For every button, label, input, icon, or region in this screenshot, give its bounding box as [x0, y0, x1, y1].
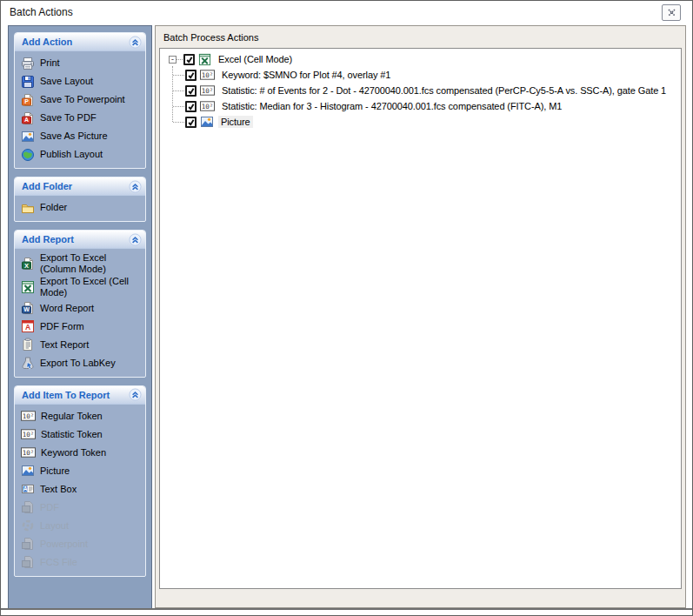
close-button[interactable] — [662, 4, 681, 21]
checkbox-checked[interactable] — [185, 117, 197, 128]
tree-connector-line — [172, 66, 173, 122]
panel-add-item-to-report-header[interactable]: Add Item To Report — [15, 386, 145, 405]
tree-connector — [173, 106, 184, 107]
checkmark-icon — [187, 71, 195, 79]
checkbox-checked[interactable] — [185, 85, 197, 97]
panel-add-action: Add Action Print Save Layout P Sa — [14, 32, 146, 169]
sidebar-item-pdf-form[interactable]: A PDF Form — [21, 318, 143, 336]
svg-text:10²: 10² — [202, 71, 214, 79]
excel-page-icon: X — [21, 257, 35, 271]
token-icon: 10² — [21, 429, 36, 439]
printer-icon — [21, 57, 35, 70]
sidebar-item-powerpoint-disabled: Powerpoint — [21, 535, 143, 553]
sidebar-item-export-labkey[interactable]: Export To LabKey — [21, 354, 143, 372]
panel-add-report-header[interactable]: Add Report — [15, 231, 145, 249]
svg-text:W: W — [23, 306, 30, 312]
sidebar-item-save-layout[interactable]: Save Layout — [21, 72, 143, 90]
gray-page-icon — [21, 537, 35, 551]
svg-text:10²: 10² — [23, 449, 35, 457]
powerpoint-page-icon: P — [21, 93, 35, 107]
window-title: Batch Actions — [10, 6, 73, 18]
word-page-icon: W — [21, 301, 35, 315]
gray-page-icon — [21, 555, 35, 569]
text-report-icon — [21, 338, 35, 352]
svg-text:10²: 10² — [202, 103, 214, 110]
svg-text:X: X — [24, 261, 29, 269]
sidebar-item-pdf-disabled: PDF — [21, 499, 143, 517]
svg-text:A: A — [23, 485, 28, 492]
picture-icon — [21, 464, 35, 478]
tree-row-picture[interactable]: Picture — [165, 114, 679, 130]
title-bar: Batch Actions — [1, 1, 692, 24]
panel-add-folder: Add Folder Folder — [14, 177, 146, 222]
panel-add-folder-header[interactable]: Add Folder — [15, 177, 145, 196]
token-icon: 10² — [21, 447, 36, 458]
sidebar-item-folder[interactable]: Folder — [21, 198, 143, 217]
textbox-icon: A — [21, 482, 35, 496]
tree-row-statistic-median[interactable]: 10² Statistic: Median for 3 - Histogram … — [165, 98, 679, 114]
collapse-chevron-icon[interactable] — [129, 388, 142, 401]
close-icon — [668, 9, 676, 17]
sidebar-item-picture[interactable]: Picture — [21, 462, 143, 480]
checkbox-checked[interactable] — [185, 101, 197, 112]
sidebar-item-text-box[interactable]: A Text Box — [21, 480, 143, 499]
svg-text:10²: 10² — [23, 412, 35, 420]
tree-connector — [173, 75, 184, 76]
main-area: Batch Process Actions - Excel (Cell Mode… — [155, 25, 686, 608]
sidebar-item-publish-layout[interactable]: Publish Layout — [21, 145, 143, 164]
sidebar-item-statistic-token[interactable]: 10² Statistic Token — [21, 425, 143, 444]
checkbox-checked[interactable] — [185, 70, 197, 81]
panel-title: Add Folder — [22, 181, 129, 191]
sidebar-item-print[interactable]: Print — [21, 54, 143, 72]
svg-text:P: P — [24, 98, 29, 104]
panel-title: Add Action — [22, 37, 129, 47]
sidebar-item-export-excel-cell[interactable]: Export To Excel (Cell Mode) — [21, 275, 143, 298]
tree-label[interactable]: Excel (Cell Mode) — [216, 53, 295, 65]
token-icon: 10² — [200, 85, 215, 96]
sidebar-item-fcs-file-disabled: FCS File — [21, 553, 143, 572]
collapse-chevron-icon[interactable] — [129, 233, 142, 246]
token-icon: 10² — [200, 70, 215, 80]
panel-title: Add Report — [22, 234, 129, 244]
collapse-chevron-icon[interactable] — [129, 36, 142, 49]
pdf-page-icon: A — [21, 111, 35, 125]
collapse-chevron-icon[interactable] — [129, 180, 142, 193]
token-icon: 10² — [21, 411, 36, 421]
tree-row-excel-cell-mode[interactable]: - Excel (Cell Mode) — [165, 51, 679, 67]
checkmark-icon — [187, 118, 195, 126]
sidebar-item-layout-disabled: Layout — [21, 517, 143, 535]
tree-row-statistic-events[interactable]: 10² Statistic: # of Events for 2 - Dot -… — [165, 83, 679, 98]
layout-icon — [21, 519, 35, 532]
picture-icon — [21, 130, 35, 144]
tree-label[interactable]: Statistic: Median for 3 - Histogram - 42… — [219, 100, 564, 112]
batch-process-actions-header: Batch Process Actions — [156, 26, 685, 46]
sidebar-item-save-to-pdf[interactable]: A Save To PDF — [21, 109, 143, 127]
tree-label-selected[interactable]: Picture — [218, 116, 253, 128]
tree-connector — [177, 59, 183, 60]
svg-text:A: A — [25, 323, 30, 331]
sidebar-item-text-report[interactable]: Text Report — [21, 336, 143, 354]
sidebar-item-regular-token[interactable]: 10² Regular Token — [21, 407, 143, 425]
tree-row-keyword[interactable]: 10² Keyword: $SMNO for Plot #4, overlay … — [165, 67, 679, 83]
pdf-form-icon: A — [21, 319, 35, 333]
sidebar-item-save-as-picture[interactable]: Save As Picture — [21, 127, 143, 145]
sidebar-item-keyword-token[interactable]: 10² Keyword Token — [21, 444, 143, 462]
batch-actions-dialog: Batch Actions Add Action Print Save Lay — [0, 0, 693, 616]
tree-connector — [173, 122, 184, 123]
sidebar-item-save-to-powerpoint[interactable]: P Save To Powerpoint — [21, 90, 143, 109]
status-strip — [159, 591, 682, 605]
panel-add-action-header[interactable]: Add Action — [15, 33, 145, 51]
sidebar-item-word-report[interactable]: W Word Report — [21, 299, 143, 318]
collapse-expander-icon[interactable]: - — [169, 56, 177, 64]
checkmark-icon — [187, 103, 195, 110]
excel-grid-icon — [198, 53, 211, 66]
checkbox-checked[interactable] — [183, 54, 195, 65]
excel-grid-icon — [21, 280, 35, 294]
checkmark-icon — [187, 87, 195, 95]
batch-actions-tree: - Excel (Cell Mode) 10² — [159, 48, 682, 589]
sidebar-item-export-excel-column[interactable]: X Export To Excel (Column Mode) — [21, 251, 143, 275]
svg-text:A: A — [24, 117, 29, 123]
tree-label[interactable]: Statistic: # of Events for 2 - Dot - 427… — [219, 84, 669, 97]
folder-icon — [21, 201, 35, 215]
tree-label[interactable]: Keyword: $SMNO for Plot #4, overlay #1 — [219, 69, 393, 81]
